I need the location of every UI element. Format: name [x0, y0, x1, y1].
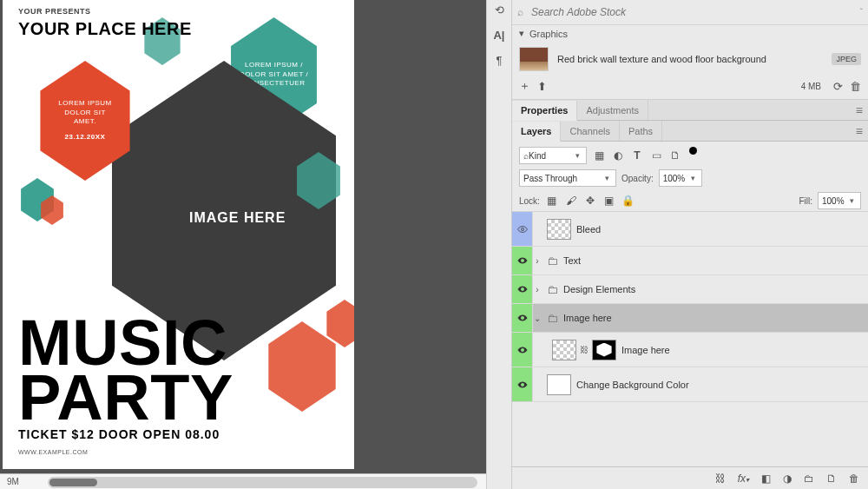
folder-icon: 🗀 — [547, 254, 558, 268]
upload-icon[interactable]: ⬆ — [537, 80, 547, 93]
presents-label: YOUR PRESENTS — [18, 7, 91, 16]
paragraph-panel-icon[interactable]: ¶ — [490, 54, 509, 67]
layers-panel-footer: ⛓ fx▾ ◧ ◑ 🗀 🗋 🗑 — [512, 466, 868, 489]
history-icon[interactable]: ⟲ — [490, 3, 509, 17]
expand-arrow-icon[interactable]: › — [533, 256, 542, 266]
zoom-readout[interactable]: 9M — [7, 477, 19, 486]
graphics-item-row[interactable]: Red brick wall texture and wood floor ba… — [512, 42, 868, 75]
graphics-item-title: Red brick wall texture and wood floor ba… — [557, 54, 823, 64]
teal-hex-line1: LOREM IPSUM / — [245, 61, 303, 69]
layer-row-image-here[interactable]: ⛓ Image here — [512, 333, 868, 367]
panel-menu-icon[interactable]: ≡ — [851, 103, 868, 117]
tab-paths[interactable]: Paths — [620, 121, 662, 141]
properties-tab-bar: Properties Adjustments ≡ — [512, 100, 868, 121]
layer-list[interactable]: Bleed › 🗀 Text › 🗀 Design Elements — [512, 212, 868, 466]
tab-channels[interactable]: Channels — [561, 121, 619, 141]
character-panel-icon[interactable]: A| — [490, 29, 509, 42]
layer-row-background-color[interactable]: Change Background Color — [512, 367, 868, 402]
lock-all-icon[interactable]: 🔒 — [621, 195, 635, 207]
layer-name[interactable]: Bleed — [576, 224, 601, 235]
red-hex-line2: DOLOR SIT — [64, 109, 106, 117]
example-url: WWW.EXAMPLE.COM — [18, 449, 88, 455]
cloud-sync-icon[interactable]: ⟳ — [833, 80, 843, 93]
image-here-label: IMAGE HERE — [189, 210, 286, 226]
filter-shape-icon[interactable]: ▭ — [649, 149, 663, 162]
new-layer-icon[interactable]: 🗋 — [826, 472, 837, 485]
folder-icon: 🗀 — [547, 283, 558, 296]
blend-mode-select[interactable]: Pass Through▾ — [519, 169, 616, 187]
add-icon[interactable]: ＋ — [519, 78, 530, 94]
layer-thumbnail[interactable] — [552, 340, 576, 360]
libraries-footer: ＋ ⬆ 4 MB ⟳ 🗑 — [512, 75, 868, 100]
layer-filter-kind[interactable]: ⌕Kind▾ — [519, 147, 587, 164]
layer-style-icon[interactable]: fx▾ — [738, 472, 749, 485]
place-here-label: YOUR PLACE HERE — [18, 19, 192, 39]
new-group-icon[interactable]: 🗀 — [804, 472, 814, 485]
lock-image-icon[interactable]: 🖌 — [564, 195, 578, 207]
layer-name[interactable]: Image here — [563, 313, 612, 323]
lock-artboard-icon[interactable]: ▣ — [602, 195, 616, 207]
fill-label: Fill: — [799, 196, 812, 206]
canvas-area[interactable]: LOREM IPSUM / DOLOR SIT AMET / CONSECTET… — [0, 0, 486, 489]
lock-position-icon[interactable]: ✥ — [583, 195, 597, 207]
graphics-section-header[interactable]: ▾ Graphics — [512, 24, 868, 42]
opacity-input[interactable]: 100%▾ — [659, 169, 702, 187]
layer-name[interactable]: Design Elements — [563, 284, 635, 294]
link-layers-icon[interactable]: ⛓ — [715, 472, 726, 485]
filter-toggle-icon[interactable] — [689, 147, 697, 155]
horizontal-scrollbar[interactable] — [48, 477, 477, 488]
layer-mask-thumbnail[interactable] — [592, 340, 616, 360]
layer-visibility-toggle[interactable] — [512, 212, 533, 246]
ticket-info: TICKET $12 DOOR OPEN 08.00 — [18, 427, 220, 441]
layer-visibility-toggle[interactable] — [512, 304, 533, 332]
layers-tab-bar: Layers Channels Paths ≡ — [512, 121, 868, 142]
delete-layer-icon[interactable]: 🗑 — [849, 472, 859, 485]
stock-search-input[interactable] — [529, 3, 855, 21]
layer-row-image-group[interactable]: ⌄ 🗀 Image here — [512, 304, 868, 333]
disclosure-triangle-icon[interactable]: ▾ — [519, 28, 524, 39]
link-mask-icon[interactable]: ⛓ — [580, 345, 589, 354]
layer-thumbnail[interactable] — [547, 219, 571, 240]
add-mask-icon[interactable]: ◧ — [761, 472, 771, 485]
layer-thumbnail[interactable] — [547, 374, 571, 395]
graphics-item-format-badge: JPEG — [832, 53, 861, 65]
status-bar: 9M — [0, 473, 486, 489]
right-panels: ⌕ ˇ ▾ Graphics Red brick wall texture an… — [512, 0, 868, 489]
collapse-arrow-icon[interactable]: ⌄ — [533, 314, 542, 323]
filter-smartobj-icon[interactable]: 🗋 — [668, 149, 682, 162]
layer-row-bleed[interactable]: Bleed — [512, 212, 868, 247]
filter-type-icon[interactable]: T — [630, 149, 644, 162]
graphics-item-thumbnail — [519, 47, 549, 71]
teal-hex-line2: DOLOR SIT AMET / — [240, 70, 308, 79]
red-hex-date: 23.12.20XX — [65, 133, 106, 142]
new-adjustment-icon[interactable]: ◑ — [783, 472, 792, 485]
music-party-title: MUSIC PARTY — [18, 316, 233, 426]
layer-visibility-toggle[interactable] — [512, 275, 533, 303]
expand-arrow-icon[interactable]: › — [533, 285, 542, 294]
lock-transparency-icon[interactable]: ▦ — [545, 195, 559, 207]
panel-menu-icon[interactable]: ≡ — [851, 124, 868, 138]
tab-layers[interactable]: Layers — [512, 122, 561, 142]
layer-name[interactable]: Image here — [621, 345, 670, 355]
fill-input[interactable]: 100%▾ — [818, 192, 861, 209]
stock-search-row: ⌕ ˇ — [512, 0, 868, 24]
folder-icon: 🗀 — [547, 312, 558, 325]
chevron-down-icon[interactable]: ˇ — [860, 8, 863, 17]
graphics-heading: Graphics — [529, 29, 568, 39]
filesize-readout: 4 MB — [801, 82, 821, 91]
svg-point-0 — [521, 228, 523, 230]
layer-name[interactable]: Change Background Color — [576, 380, 689, 390]
layer-visibility-toggle[interactable] — [512, 367, 533, 401]
search-icon: ⌕ — [517, 6, 523, 18]
filter-pixel-icon[interactable]: ▦ — [592, 149, 606, 162]
tab-properties[interactable]: Properties — [512, 101, 577, 121]
tab-adjustments[interactable]: Adjustments — [577, 100, 648, 120]
trash-icon[interactable]: 🗑 — [850, 80, 861, 93]
layer-row-design-elements[interactable]: › 🗀 Design Elements — [512, 275, 868, 304]
filter-adjustment-icon[interactable]: ◐ — [611, 149, 625, 162]
layer-visibility-toggle[interactable] — [512, 247, 533, 274]
layer-name[interactable]: Text — [563, 255, 581, 266]
layer-row-text[interactable]: › 🗀 Text — [512, 247, 868, 275]
layer-visibility-toggle[interactable] — [512, 333, 533, 367]
document-canvas[interactable]: LOREM IPSUM / DOLOR SIT AMET / CONSECTET… — [3, 0, 354, 469]
